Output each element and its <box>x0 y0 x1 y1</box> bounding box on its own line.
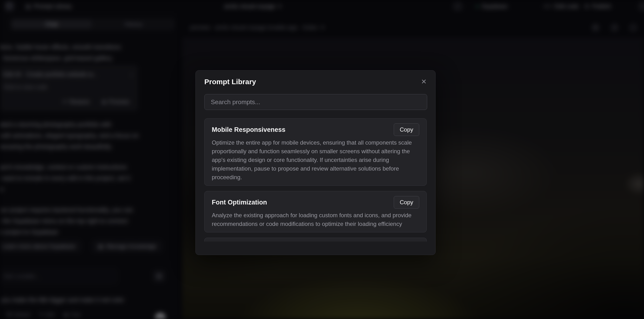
prompt-title: Mobile Responsiveness <box>212 126 286 134</box>
copy-button[interactable]: Copy <box>394 196 419 208</box>
prompt-card[interactable]: Mobile Responsiveness Copy Optimize the … <box>204 118 427 186</box>
prompt-description: Analyze the existing approach for loadin… <box>212 211 419 228</box>
close-icon[interactable]: ✕ <box>421 78 427 85</box>
prompt-title: Font Optimization <box>212 199 267 206</box>
prompt-card[interactable]: Font Optimization Copy Analyze the exist… <box>204 191 427 232</box>
modal-header: Prompt Library ✕ <box>196 70 435 86</box>
prompt-card-peek[interactable] <box>204 238 427 242</box>
prompt-card-header: Font Optimization Copy <box>212 196 419 208</box>
prompt-library-modal: Prompt Library ✕ Mobile Responsiveness C… <box>196 70 436 255</box>
prompt-card-header: Mobile Responsiveness Copy <box>212 124 419 136</box>
prompt-list: Mobile Responsiveness Copy Optimize the … <box>204 118 427 242</box>
copy-button[interactable]: Copy <box>394 124 419 136</box>
search-input[interactable] <box>204 94 427 110</box>
screen: ▤ Prompt Library arctic-visual-voyage ▾ … <box>0 0 644 319</box>
modal-title: Prompt Library <box>204 78 256 86</box>
prompt-description: Optimize the entire app for mobile devic… <box>212 138 419 182</box>
